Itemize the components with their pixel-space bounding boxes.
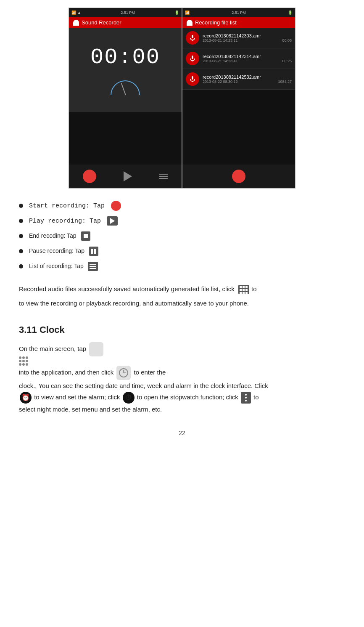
list-icon-inline xyxy=(87,262,99,271)
bullet-text-2: Play recording: Tap xyxy=(29,216,118,226)
filelist-record-btn[interactable] xyxy=(232,170,245,183)
para-text-1: Recorded audio files successfully saved … xyxy=(19,285,235,292)
stop-icon-inline xyxy=(80,231,92,241)
file-list-screen: 📶 2:51 PM 🔋 Recording file list record20… xyxy=(182,8,295,189)
list-line-2 xyxy=(159,176,168,177)
clock-p3-mid: to open the stopwatch function; click xyxy=(137,393,238,401)
file-meta-3: 2013-08-22 08:30:12 1084:27 xyxy=(203,80,292,84)
dot-grid xyxy=(19,356,345,366)
file-item-3[interactable]: record20130821142532.amr 2013-08-22 08:3… xyxy=(182,69,295,90)
bullet-text-3: End recoding: Tap xyxy=(29,231,92,241)
status-time-left: 2:51 PM xyxy=(121,11,135,15)
clock-p1-start: On the main screen, tap xyxy=(19,345,86,352)
timer-display: 00:00 xyxy=(90,45,160,70)
dot-6 xyxy=(26,360,28,362)
bullet-text-5: List of recording: Tap xyxy=(29,262,99,271)
waveform-area xyxy=(108,78,142,95)
file-date-3: 2013-08-22 08:30:12 xyxy=(203,80,238,84)
clock-face xyxy=(119,368,128,377)
wifi-icon: ▲ xyxy=(77,11,81,15)
file-dur-3: 1084:27 xyxy=(278,80,292,84)
grid-cell-7 xyxy=(240,292,242,294)
status-bar-left: 📶 ▲ 2:51 PM 🔋 xyxy=(69,8,182,17)
mic-icon xyxy=(73,20,79,26)
bullet-section: Start recording: Tap Play recording: Tap… xyxy=(0,193,364,281)
list-recording-text: List of recording: Tap xyxy=(29,263,85,269)
grid-cell-1 xyxy=(240,286,242,288)
screenshots-row: 📶 ▲ 2:51 PM 🔋 Sound Recorder 00:00 xyxy=(0,0,364,193)
svg-rect-4 xyxy=(192,76,193,80)
file-item-1[interactable]: record20130821142303.amr 2013-08-21 14:2… xyxy=(182,28,295,48)
clock-section: On the main screen, tap into the applica… xyxy=(0,340,364,422)
bullet-dot-4 xyxy=(19,249,23,253)
file-date-2: 2013-08-21 14:23:41 xyxy=(203,59,238,63)
list-line-c xyxy=(90,268,96,269)
file-name-3: record20130821142532.amr xyxy=(203,74,292,80)
file-item-2[interactable]: record20130821142314.amr 2013-08-21 14:2… xyxy=(182,48,295,69)
pause-icon xyxy=(89,247,98,256)
list-icon xyxy=(88,262,98,271)
mic-icon-r xyxy=(187,20,193,26)
menu-dots-icon xyxy=(241,392,251,404)
file-name-2: record20130821142314.amr xyxy=(203,54,292,59)
grid-cell-8 xyxy=(243,292,245,294)
file-info-2: record20130821142314.amr 2013-08-21 14:2… xyxy=(203,54,292,63)
dot-1 xyxy=(19,356,21,359)
file-dur-1: 00:05 xyxy=(282,38,292,43)
grid-icon-inline xyxy=(238,285,250,294)
grid-cell-2 xyxy=(243,286,245,288)
play-icon xyxy=(107,216,118,226)
app-dots-icon xyxy=(89,342,103,356)
grid-cell-4 xyxy=(240,289,242,291)
list-line-b xyxy=(90,266,96,267)
bullet-item-2: Play recording: Tap xyxy=(19,216,345,226)
play-recording-text: Play recording: Tap xyxy=(29,218,105,225)
svg-rect-2 xyxy=(192,56,193,59)
dot-8 xyxy=(22,363,25,366)
record-icon-inline xyxy=(110,201,122,210)
bullet-dot-5 xyxy=(19,264,23,268)
filelist-title: Recording file list xyxy=(195,19,237,26)
list-button[interactable] xyxy=(159,174,168,179)
grid-cell-3 xyxy=(245,286,248,288)
file-mic-3 xyxy=(186,72,199,86)
bullet-dot-3 xyxy=(19,234,23,238)
bullet-item-1: Start recording: Tap xyxy=(19,201,345,210)
signal-icon-r: 📶 xyxy=(185,11,190,15)
dot-7 xyxy=(19,363,21,366)
bullet-text-4: Pause recording: Tap xyxy=(29,247,100,256)
clock-para-1: On the main screen, tap xyxy=(19,342,345,356)
bullet-dot-1 xyxy=(19,204,23,208)
dot-3 xyxy=(26,356,28,359)
battery-icon-r: 🔋 xyxy=(288,11,293,15)
list-line-3 xyxy=(159,178,168,179)
menu-dot-3 xyxy=(245,400,247,401)
stopwatch-icon xyxy=(123,392,135,404)
clock-p3-end: to xyxy=(253,393,259,401)
battery-icons-left: 🔋 xyxy=(174,11,179,15)
clock-app-icon xyxy=(116,366,131,380)
file-dur-2: 00:25 xyxy=(282,59,292,63)
file-mic-1 xyxy=(186,31,199,45)
start-recording-text: Start recording: Tap xyxy=(29,202,108,210)
recorder-controls[interactable] xyxy=(69,165,182,188)
clock-para-3: to view and set the alarm; click to open… xyxy=(19,391,345,404)
record-button[interactable] xyxy=(83,170,96,183)
play-button[interactable] xyxy=(124,171,132,181)
section-heading-clock: 3.11 Clock xyxy=(0,317,364,340)
bullet-text-1: Start recording: Tap xyxy=(29,201,122,210)
para-section: Recorded audio files successfully saved … xyxy=(0,281,364,317)
file-name-1: record20130821142303.amr xyxy=(203,33,292,38)
dot-9 xyxy=(26,363,28,366)
file-info-3: record20130821142532.amr 2013-08-22 08:3… xyxy=(203,74,292,84)
grid-cell-6 xyxy=(245,289,248,291)
battery-icon: 🔋 xyxy=(174,11,179,15)
status-bar-right: 📶 2:51 PM 🔋 xyxy=(182,8,295,17)
status-icons-right: 📶 xyxy=(185,11,190,15)
pause-icon-inline xyxy=(88,247,100,256)
file-info-1: record20130821142303.amr 2013-08-21 14:2… xyxy=(203,33,292,43)
file-date-1: 2013-08-21 14:23:11 xyxy=(203,38,238,43)
file-meta-2: 2013-08-21 14:23:41 00:25 xyxy=(203,59,292,63)
dot-2 xyxy=(22,356,25,359)
para-text-2: to xyxy=(251,285,257,292)
